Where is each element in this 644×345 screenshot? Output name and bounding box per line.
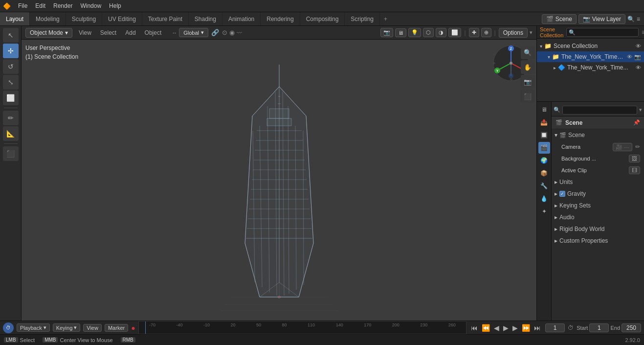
scale-tool-button[interactable]: ⤡ — [3, 75, 19, 90]
building-scene[interactable] — [22, 40, 536, 334]
keying-sets-section[interactable]: ▸ Keying Sets — [552, 200, 644, 211]
pin-icon[interactable]: 📌 — [633, 119, 640, 126]
annotate-tool-button[interactable]: ✏ — [3, 111, 19, 125]
options-button[interactable]: Options — [499, 28, 528, 38]
add-workspace-button[interactable]: + — [380, 12, 391, 25]
rotate-tool-button[interactable]: ↺ — [3, 59, 19, 74]
output-prop-icon[interactable]: 📤 — [538, 116, 550, 128]
menu-edit[interactable]: Edit — [32, 1, 49, 10]
ortho-btn[interactable]: ⬛ — [521, 90, 534, 103]
scene-prop-icon[interactable]: 🎬 — [538, 142, 550, 154]
tab-animation[interactable]: Animation — [222, 12, 261, 25]
measure-tool-button[interactable]: 📐 — [3, 126, 19, 141]
viewport-shading4-btn[interactable]: ⬜ — [448, 28, 461, 37]
camera-view-btn[interactable]: 📷 — [380, 28, 393, 37]
eye-icon-collection[interactable]: 👁 — [636, 43, 641, 49]
tab-sculpting[interactable]: Sculpting — [66, 12, 102, 25]
camera-edit-icon[interactable]: ✏ — [635, 143, 640, 150]
view-layer-selector[interactable]: 📷 View Layer — [578, 14, 625, 24]
camera-selector[interactable]: 🎥 — — [613, 143, 632, 151]
current-frame-display[interactable]: 1 — [545, 323, 565, 332]
camera-icon-building[interactable]: 📷 — [634, 54, 641, 60]
view-layer-prop-icon[interactable]: 🔲 — [538, 129, 550, 141]
prev-frame-btn[interactable]: ◀ — [492, 324, 501, 332]
end-frame[interactable]: 250 — [622, 323, 641, 332]
viewport-shading2-btn[interactable]: ⬡ — [423, 28, 434, 37]
active-clip-selector[interactable]: 🎞 — [629, 166, 640, 174]
tab-uv-editing[interactable]: UV Editing — [102, 12, 142, 25]
add-menu[interactable]: Add — [123, 28, 138, 37]
next-frame-btn[interactable]: ▶ — [511, 324, 519, 332]
transform-global-selector[interactable]: Global ▾ — [179, 28, 208, 37]
view-menu[interactable]: View — [76, 28, 94, 37]
units-section[interactable]: ▸ Units — [552, 176, 644, 188]
cursor-tool-button[interactable]: ↖ — [3, 28, 19, 43]
rigid-body-world-section[interactable]: ▸ Rigid Body World — [552, 223, 644, 235]
keying-dropdown[interactable]: Keying ▾ — [53, 323, 81, 332]
background-selector[interactable]: 🖼 — [629, 155, 640, 162]
gizmo-toggle-btn[interactable]: ✚ — [469, 28, 479, 37]
object-menu[interactable]: Object — [142, 28, 164, 37]
render-overlay-btn[interactable]: 🖥 — [395, 28, 406, 37]
add-object-button[interactable]: ⬛ — [3, 146, 19, 161]
tab-scripting[interactable]: Scripting — [345, 12, 380, 25]
tab-modeling[interactable]: Modeling — [30, 12, 66, 25]
jump-end-btn[interactable]: ⏭ — [533, 324, 542, 332]
prev-keyframe-btn[interactable]: ⏪ — [480, 324, 491, 332]
pan-btn[interactable]: ✋ — [521, 60, 534, 74]
filter-icon[interactable]: ≡ — [637, 16, 640, 23]
tab-layout[interactable]: Layout — [0, 12, 30, 25]
view-dropdown[interactable]: View — [83, 324, 102, 332]
select-menu[interactable]: Select — [98, 28, 119, 37]
vis-icon[interactable]: ◉ — [229, 29, 235, 36]
timeline-ruler-area[interactable]: -70-40-10205080110140170200230260 — [138, 321, 467, 334]
menu-file[interactable]: File — [15, 1, 31, 10]
proportional-icon[interactable]: ⊙ — [222, 29, 227, 36]
tab-texture-paint[interactable]: Texture Paint — [142, 12, 189, 25]
outliner-row-collection[interactable]: ▾ 📁 Scene Collection 👁 — [537, 41, 644, 51]
properties-search-input[interactable] — [562, 106, 637, 115]
modifier-prop-icon[interactable]: 🔧 — [538, 180, 550, 192]
outliner-filter-icon[interactable]: ≡ — [642, 29, 644, 36]
move-tool-button[interactable]: ✢ — [3, 44, 19, 58]
record-button[interactable]: ● — [131, 324, 135, 332]
audio-section[interactable]: ▸ Audio — [552, 211, 644, 223]
render-prop-icon[interactable]: 🖥 — [538, 104, 550, 115]
menu-help[interactable]: Help — [106, 1, 125, 10]
zoom-in-btn[interactable]: 🔍 — [521, 46, 534, 59]
scene-section-header[interactable]: ▾ 🎬 Scene — [552, 129, 644, 141]
snap-icon[interactable]: 🔗 — [211, 29, 219, 36]
eye-icon-building[interactable]: 👁 — [627, 54, 632, 60]
object-prop-icon[interactable]: 📦 — [538, 167, 550, 179]
menu-render[interactable]: Render — [50, 1, 76, 10]
material-prop-icon[interactable]: 💧 — [538, 193, 550, 205]
menu-window[interactable]: Window — [77, 1, 105, 10]
overlay-toggle-btn[interactable]: ⊕ — [481, 28, 491, 37]
eye-icon-mesh[interactable]: 👁 — [636, 65, 641, 70]
particles-prop-icon[interactable]: ✦ — [538, 206, 550, 217]
curve-icon[interactable]: 〰 — [237, 30, 242, 36]
camera-btn[interactable]: 📷 — [521, 75, 534, 89]
jump-start-btn[interactable]: ⏮ — [469, 324, 479, 332]
object-mode-selector[interactable]: Object Mode ▾ — [25, 28, 72, 38]
world-prop-icon[interactable]: 🌍 — [538, 155, 550, 166]
gravity-section[interactable]: ▸ ✓ Gravity — [552, 188, 644, 200]
scene-selector[interactable]: 🎬 Scene — [542, 14, 576, 24]
filter-dropdown-icon[interactable]: ▾ — [639, 107, 642, 113]
tab-compositing[interactable]: Compositing — [300, 12, 345, 25]
custom-properties-section[interactable]: ▸ Custom Properties — [552, 235, 644, 247]
play-btn[interactable]: ▶ — [502, 324, 510, 332]
tab-rendering[interactable]: Rendering — [261, 12, 300, 25]
timeline-type-btn[interactable]: ⏱ — [3, 322, 14, 333]
playback-dropdown[interactable]: Playback ▾ — [17, 323, 50, 332]
start-frame[interactable]: 1 — [589, 323, 609, 332]
options-dropdown[interactable]: ▾ — [530, 29, 533, 36]
marker-dropdown[interactable]: Marker — [105, 324, 128, 332]
tab-shading[interactable]: Shading — [189, 12, 222, 25]
gravity-checkbox[interactable]: ✓ — [559, 191, 565, 197]
search-icon[interactable]: 🔍 — [627, 16, 635, 23]
outliner-row-building[interactable]: ▾ 📁 The_New_York_Times_Bi... 👁 📷 — [537, 51, 644, 62]
viewport-shading-btn[interactable]: 💡 — [408, 28, 421, 37]
outliner-search-input[interactable] — [566, 28, 639, 37]
outliner-row-mesh[interactable]: ▸ 🔷 The_New_York_Time... 👁 — [537, 62, 644, 73]
